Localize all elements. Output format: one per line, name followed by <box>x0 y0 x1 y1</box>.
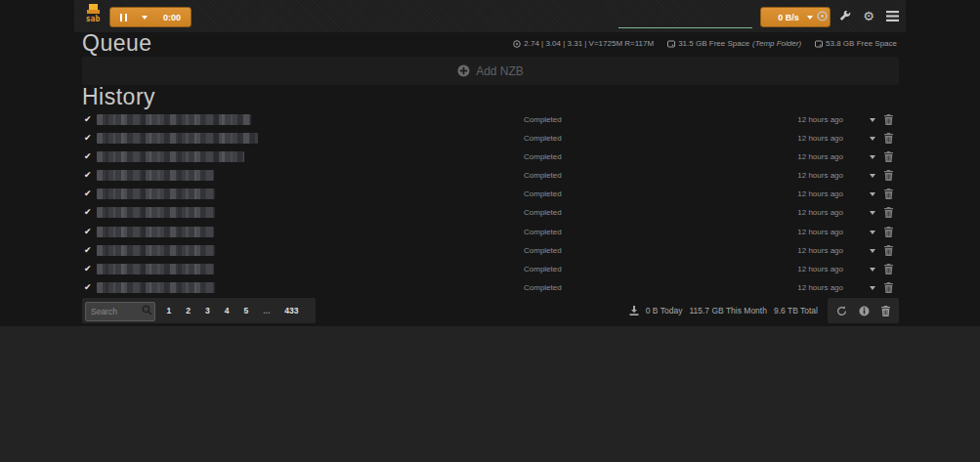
downloaded-today: 0 B Today <box>646 306 683 315</box>
gear-icon[interactable]: ⚙ <box>862 9 875 24</box>
history-item-name-redacted[interactable] <box>97 245 215 256</box>
history-item-name-redacted[interactable] <box>97 170 214 181</box>
footer-left-group: 1 2 3 4 5 ... 433 <box>82 298 316 323</box>
speed-graph-line <box>618 27 752 28</box>
history-age: 12 hours ago <box>797 171 843 180</box>
history-item-name-redacted[interactable] <box>97 282 215 293</box>
navbar-icons: ⚙ <box>815 6 899 26</box>
refresh-icon[interactable] <box>836 306 847 316</box>
history-age: 12 hours ago <box>797 152 843 161</box>
trash-icon[interactable] <box>884 170 893 181</box>
sabnzbd-app: sab 0:00 0 B/s <box>0 0 980 326</box>
free-space-temp-note: (Temp Folder) <box>752 39 801 48</box>
check-icon: ✔ <box>84 227 92 236</box>
main-container: sab 0:00 0 B/s <box>74 0 906 326</box>
history-status: Completed <box>524 171 562 180</box>
sabnzbd-logo[interactable]: sab <box>81 4 105 22</box>
history-age: 12 hours ago <box>797 246 843 255</box>
chevron-down-icon[interactable] <box>870 211 875 215</box>
trash-icon[interactable] <box>881 306 890 316</box>
chevron-down-icon[interactable] <box>870 249 875 253</box>
history-age: 12 hours ago <box>797 228 843 236</box>
history-item-name-redacted[interactable] <box>97 133 258 144</box>
history-row: ✔ Completed 12 hours ago <box>74 241 906 260</box>
trash-icon[interactable] <box>884 245 893 256</box>
page-ellipsis: ... <box>256 306 277 315</box>
download-total-icon <box>629 306 639 315</box>
history-footer: 1 2 3 4 5 ... 433 0 B Today 115.7 GB Thi… <box>82 298 899 323</box>
history-title: History <box>82 84 155 110</box>
history-item-name-redacted[interactable] <box>97 264 214 274</box>
history-row: ✔ Completed 12 hours ago <box>74 278 906 297</box>
chevron-down-icon[interactable] <box>870 268 875 272</box>
system-load-icon <box>513 40 521 48</box>
history-status: Completed <box>524 152 562 161</box>
trash-icon[interactable] <box>884 227 893 237</box>
trash-icon[interactable] <box>884 189 893 199</box>
chevron-down-icon[interactable] <box>870 192 875 196</box>
history-row: ✔ Completed 12 hours ago <box>74 260 906 278</box>
check-icon: ✔ <box>84 170 92 180</box>
pause-dropdown-toggle[interactable] <box>136 16 153 20</box>
page-button-3[interactable]: 3 <box>197 306 217 315</box>
history-row: ✔ Completed 12 hours ago <box>74 185 906 203</box>
check-icon: ✔ <box>84 114 92 124</box>
history-item-name-redacted[interactable] <box>97 207 215 218</box>
footer-right-group: 0 B Today 115.7 GB This Month 9.6 TB Tot… <box>629 298 899 323</box>
history-item-name-redacted[interactable] <box>97 189 215 199</box>
history-age: 12 hours ago <box>797 115 843 124</box>
free-space-temp: 31.5 GB Free Space <box>678 39 749 48</box>
history-age: 12 hours ago <box>797 189 843 198</box>
search-icon[interactable] <box>142 305 152 315</box>
history-row: ✔ Completed 12 hours ago <box>74 147 906 166</box>
history-status: Completed <box>524 189 562 198</box>
trash-icon[interactable] <box>884 133 893 144</box>
trash-icon[interactable] <box>884 282 893 293</box>
add-nzb-dropzone[interactable]: Add NZB <box>82 57 899 85</box>
trash-icon[interactable] <box>884 114 893 125</box>
check-icon: ✔ <box>84 207 92 217</box>
system-stats-bar: 2.74 | 3.04 | 3.31 | V=1725M R=117M 31.5… <box>513 39 897 48</box>
trash-icon[interactable] <box>884 264 893 274</box>
chevron-down-icon[interactable] <box>870 155 875 159</box>
history-row: ✔ Completed 12 hours ago <box>74 129 906 147</box>
hamburger-menu-icon[interactable] <box>885 9 899 24</box>
trash-icon[interactable] <box>884 207 893 218</box>
pagination: 1 2 3 4 5 ... 433 <box>159 306 306 315</box>
history-age: 12 hours ago <box>797 283 843 292</box>
sabnzbd-logo-label: sab <box>81 16 105 22</box>
history-status: Completed <box>524 115 562 124</box>
chevron-down-icon[interactable] <box>870 286 875 290</box>
page-button-1[interactable]: 1 <box>159 306 179 315</box>
downloaded-month: 115.7 GB This Month <box>689 306 767 315</box>
chevron-down-icon[interactable] <box>870 231 875 234</box>
caret-down-icon <box>807 16 813 20</box>
page-button-5[interactable]: 5 <box>236 306 256 315</box>
page-button-2[interactable]: 2 <box>179 306 198 315</box>
wrench-icon[interactable] <box>838 9 852 24</box>
chevron-down-icon[interactable] <box>870 174 875 178</box>
check-icon: ✔ <box>84 264 92 273</box>
page-button-4[interactable]: 4 <box>217 306 236 315</box>
chevron-down-icon[interactable] <box>870 118 875 122</box>
history-item-name-redacted[interactable] <box>97 114 251 125</box>
history-status: Completed <box>524 283 562 292</box>
check-icon: ✔ <box>84 133 92 143</box>
add-nzb-label: Add NZB <box>476 64 524 78</box>
page-button-last[interactable]: 433 <box>277 306 306 315</box>
status-target-icon[interactable] <box>815 9 829 24</box>
system-load-values: 2.74 | 3.04 | 3.31 | V=1725M R=117M <box>524 39 654 48</box>
history-item-name-redacted[interactable] <box>97 151 244 162</box>
chevron-down-icon[interactable] <box>870 137 875 141</box>
check-icon: ✔ <box>84 151 92 161</box>
pause-button-group[interactable]: 0:00 <box>109 7 192 27</box>
queue-title: Queue <box>82 30 152 57</box>
trash-icon[interactable] <box>884 151 893 162</box>
history-status: Completed <box>524 134 562 143</box>
pause-timer: 0:00 <box>153 13 191 22</box>
history-item-name-redacted[interactable] <box>97 227 214 237</box>
pause-button[interactable] <box>110 14 136 21</box>
history-row: ✔ Completed 12 hours ago <box>74 203 906 222</box>
info-icon[interactable] <box>859 306 870 316</box>
speed-value: 0 B/s <box>778 13 799 22</box>
